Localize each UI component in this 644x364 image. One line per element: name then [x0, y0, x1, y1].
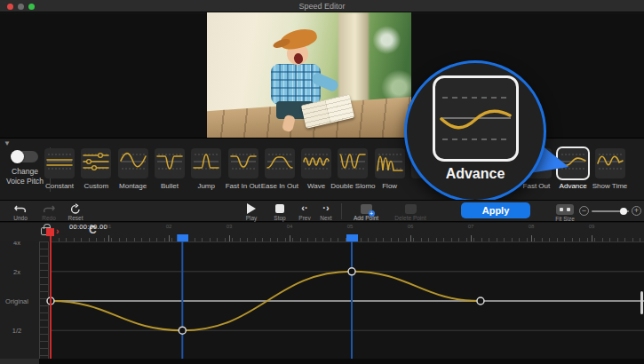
- preset-tile-easeinout[interactable]: [265, 148, 295, 178]
- playhead-chevron-icon: ›: [56, 226, 59, 236]
- ruler-tick-label: 05: [347, 224, 354, 229]
- video-preview: [207, 12, 411, 138]
- voice-pitch-label-1: Change: [0, 167, 50, 176]
- toggle-knob[interactable]: [11, 150, 24, 163]
- preset-tile-doubleslomo[interactable]: [338, 148, 368, 178]
- magnifier-circle: Advance: [404, 60, 546, 202]
- ruler-major-tick: [290, 235, 290, 241]
- ruler-tick-label: 07: [468, 224, 474, 229]
- ruler-major-tick: [108, 235, 109, 241]
- ruler-tick-label: 06: [408, 224, 414, 229]
- preset-tile-montage[interactable]: [118, 148, 148, 178]
- ruler-major-tick: [592, 235, 592, 241]
- preset-tile-fastinout[interactable]: [228, 148, 258, 178]
- curve-editor: 4x2xOriginal1/2: [0, 241, 644, 359]
- fit-size-label: Fit Size: [547, 216, 583, 222]
- preset-tile-bullet[interactable]: [155, 148, 185, 178]
- window-title: Speed Editor: [0, 2, 644, 11]
- next-icon: ·›: [313, 202, 339, 214]
- ruler-major-tick: [229, 235, 230, 241]
- preset-tile-wave[interactable]: [301, 148, 331, 178]
- preset-tile-showtime[interactable]: [595, 148, 625, 178]
- magnified-advance-tile: [433, 75, 519, 162]
- fit-size-button[interactable]: [556, 204, 574, 215]
- playhead-handle[interactable]: [46, 228, 54, 236]
- preset-tile-custom[interactable]: [81, 148, 111, 178]
- ruler-major-tick: [531, 235, 532, 241]
- ruler-tick-label: 08: [529, 224, 535, 229]
- delete-point-icon: [387, 202, 433, 214]
- undo-icon: [7, 202, 34, 214]
- timeline-header: C 00:00:00.00 010203040506070809: [0, 223, 644, 241]
- speed-editor-window: Speed Editor ▼ Change Voice Pitc: [0, 0, 644, 364]
- bottom-bar-cap: [0, 359, 39, 364]
- preset-tile-jump[interactable]: [191, 148, 221, 178]
- play-icon: [238, 202, 265, 214]
- ruler-major-tick: [169, 235, 170, 241]
- timeline-ruler[interactable]: 010203040506070809: [0, 229, 644, 241]
- ruler-tick-label: 01: [106, 224, 112, 229]
- ruler-major-tick: [410, 235, 411, 241]
- plaid-shirt: [271, 64, 321, 105]
- preset-label: Show Time: [584, 182, 636, 190]
- ruler-tick-label: 02: [166, 224, 172, 229]
- voice-pitch-toggle[interactable]: [12, 151, 38, 162]
- zoom-slider: − +: [579, 201, 641, 223]
- laughing-child: [257, 27, 354, 129]
- stop-icon: [266, 202, 293, 214]
- ruler-tick-label: 09: [589, 224, 595, 229]
- zoom-out-icon[interactable]: −: [579, 206, 589, 216]
- playhead[interactable]: ›: [50, 228, 52, 359]
- reset-icon: [62, 202, 89, 214]
- preset-tile-flow[interactable]: [375, 148, 405, 178]
- curve-control-point[interactable]: [179, 327, 186, 334]
- apply-button[interactable]: Apply: [461, 202, 530, 218]
- curve-control-point[interactable]: [477, 297, 484, 305]
- collapse-panel-icon[interactable]: ▼: [4, 139, 11, 147]
- titlebar: Speed Editor: [0, 0, 644, 12]
- ruler-tick-label: 04: [287, 224, 293, 229]
- preset-tile-constant[interactable]: [44, 148, 75, 178]
- preset-label: Flow: [364, 182, 416, 190]
- redo-icon: [36, 202, 62, 214]
- ruler-tick-label: 03: [227, 224, 233, 229]
- reset-button[interactable]: Reset: [62, 202, 89, 222]
- next-frame-button[interactable]: ·› Next: [313, 202, 339, 222]
- ruler-major-tick: [471, 235, 472, 241]
- vertical-scrollbar-thumb[interactable]: [640, 291, 643, 314]
- speed-curve-canvas[interactable]: [0, 241, 644, 359]
- zoom-slider-knob[interactable]: [620, 208, 627, 215]
- add-point-icon: +: [346, 202, 386, 214]
- curve-control-point[interactable]: [348, 268, 355, 275]
- magnified-preset-label: Advance: [407, 166, 544, 182]
- preview-stage: [0, 13, 644, 138]
- zoom-in-icon[interactable]: +: [632, 206, 641, 216]
- toolbar: Undo Redo Reset Play Stop ‹· Prev ·›: [0, 200, 644, 222]
- delete-point-button[interactable]: Delete Point: [387, 202, 433, 222]
- bottom-bar: [0, 359, 644, 364]
